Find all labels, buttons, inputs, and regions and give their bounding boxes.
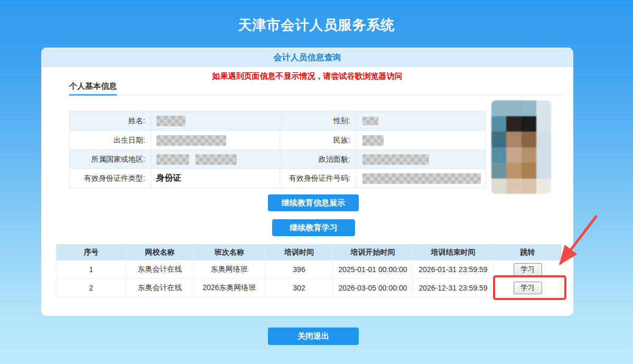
- cell-start: 2025-01-01 00:00:00: [333, 260, 413, 279]
- red-arrow-icon: [547, 211, 602, 276]
- personal-info-table: 姓名: 性别: 出生日期: 民族: 所属国家或地区: 政治面貌: 有效身: [69, 111, 486, 188]
- cell-class: 2026东奥网络班: [194, 279, 265, 297]
- masked-political-status: [362, 154, 429, 165]
- header-start: 培训开始时间: [333, 245, 413, 260]
- name-label: 姓名:: [70, 111, 151, 130]
- id-type-value: 身份证: [151, 169, 280, 188]
- info-row-country-political: 所属国家或地区: 政治面貌:: [70, 150, 486, 169]
- header-class: 班次名称: [194, 245, 265, 260]
- browser-warning-text: 如果遇到页面信息不显示情况，请尝试谷歌浏览器访问: [41, 71, 573, 81]
- training-table: 序号 网校名称 班次名称 培训时间 培训开始时间 培训结束时间 跳转 1 东奥会…: [56, 244, 562, 297]
- ethnicity-value: [356, 131, 486, 150]
- masked-gender: [362, 117, 378, 125]
- ce-info-button[interactable]: 继续教育信息展示: [268, 194, 359, 211]
- page-background: 天津市会计人员服务系统 会计人员信息查询 如果遇到页面信息不显示情况，请尝试谷歌…: [0, 0, 633, 364]
- cell-class: 东奥网络班: [194, 260, 265, 279]
- profile-photo: [491, 100, 551, 194]
- cell-start: 2026-03-05 00:00:00: [333, 279, 413, 297]
- gender-label: 性别:: [280, 111, 356, 130]
- masked-ethnicity: [362, 135, 384, 146]
- masked-country: [156, 154, 237, 165]
- header-no: 序号: [57, 245, 126, 260]
- table-row: 1 东奥会计在线 东奥网络班 396 2025-01-01 00:00:00 2…: [57, 260, 562, 279]
- country-label: 所属国家或地区:: [70, 150, 151, 169]
- country-value: [151, 150, 280, 169]
- birth-date-label: 出生日期:: [70, 131, 151, 150]
- header-end: 培训结束时间: [413, 245, 494, 260]
- header-school: 网校名称: [126, 245, 194, 260]
- section-title: 个人基本信息: [69, 81, 117, 96]
- section-divider: 个人基本信息: [69, 81, 564, 95]
- masked-birth-date: [156, 135, 226, 146]
- cell-school: 东奥会计在线: [126, 260, 194, 279]
- id-number-label: 有效身份证件号码:: [280, 169, 356, 188]
- ce-study-button[interactable]: 继续教育学习: [272, 219, 355, 236]
- cell-school: 东奥会计在线: [126, 279, 194, 297]
- political-status-value: [356, 150, 486, 169]
- cell-hours: 302: [265, 279, 333, 297]
- masked-id-number: [362, 173, 481, 184]
- cell-no: 1: [57, 260, 126, 279]
- panel-title: 会计人员信息查询: [41, 48, 573, 67]
- id-number-value: [356, 169, 486, 188]
- cell-hours: 396: [265, 260, 333, 279]
- birth-date-value: [151, 131, 280, 150]
- info-row-name-gender: 姓名: 性别:: [70, 111, 486, 130]
- info-row-id: 有效身份证件类型: 身份证 有效身份证件号码:: [70, 169, 486, 188]
- id-type-label: 有效身份证件类型:: [70, 169, 151, 188]
- app-title: 天津市会计人员服务系统: [0, 16, 633, 34]
- table-row: 2 东奥会计在线 2026东奥网络班 302 2026-03-05 00:00:…: [57, 279, 562, 297]
- name-value: [151, 111, 280, 130]
- cell-end: 2026-12-31 23:59:59: [413, 279, 494, 297]
- masked-name: [156, 116, 185, 126]
- table-header-row: 序号 网校名称 班次名称 培训时间 培训开始时间 培训结束时间 跳转: [57, 245, 562, 260]
- header-hours: 培训时间: [265, 245, 333, 260]
- info-row-birth-ethnicity: 出生日期: 民族:: [70, 130, 486, 150]
- close-exit-button[interactable]: 关闭退出: [268, 328, 359, 345]
- gender-value: [356, 111, 486, 130]
- political-status-label: 政治面貌:: [280, 150, 356, 169]
- red-highlight-box: [493, 275, 566, 300]
- study-button-row1[interactable]: 学习: [514, 263, 542, 276]
- cell-end: 2026-01-31 23:59:59: [413, 260, 494, 279]
- ethnicity-label: 民族:: [280, 131, 356, 150]
- cell-no: 2: [57, 279, 126, 297]
